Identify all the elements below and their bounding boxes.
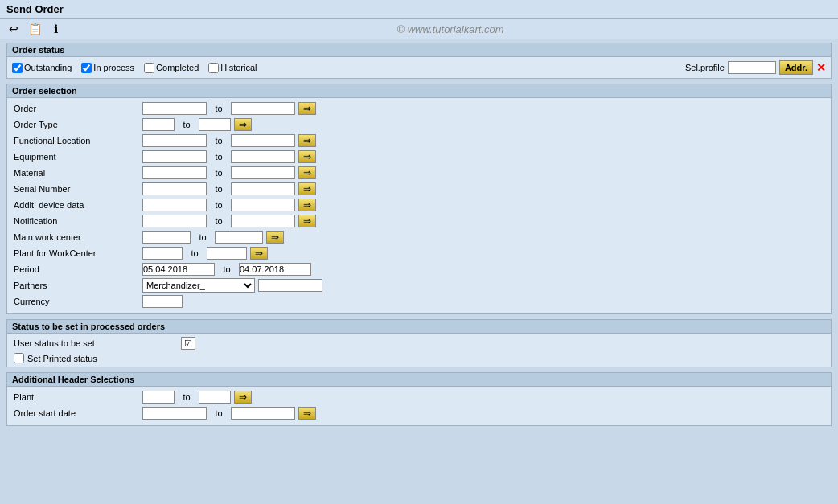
- add-plant-to-input[interactable]: [199, 391, 231, 404]
- period-from-input[interactable]: [142, 263, 215, 276]
- equipment-label: Equipment: [14, 152, 142, 162]
- partners-label: Partners: [14, 281, 142, 290]
- add-plant-arrow-btn[interactable]: ⇒: [234, 391, 252, 404]
- order-start-date-label: Order start date: [14, 408, 142, 418]
- plant-wc-from-input[interactable]: [142, 247, 183, 260]
- main-content: Order status Outstanding In process Comp…: [0, 39, 838, 434]
- main-wc-to-input[interactable]: [215, 231, 263, 244]
- sel-profile-input[interactable]: [728, 61, 776, 74]
- order-start-arrow-btn[interactable]: ⇒: [298, 407, 316, 420]
- outstanding-checkbox-label[interactable]: Outstanding: [12, 63, 72, 73]
- equipment-to-input[interactable]: [231, 150, 295, 163]
- plant-workcenter-label: Plant for WorkCenter: [14, 248, 142, 258]
- order-selection-header: Order selection: [7, 84, 831, 98]
- serial-number-label: Serial Number: [14, 184, 142, 194]
- material-row: Material to ⇒: [14, 166, 824, 180]
- order-start-date-row: Order start date to ⇒: [14, 406, 824, 420]
- completed-checkbox[interactable]: [144, 63, 154, 73]
- main-wc-from-input[interactable]: [142, 231, 191, 244]
- order-start-from-input[interactable]: [142, 407, 207, 420]
- order-row: Order to ⇒: [14, 101, 824, 116]
- additional-header-header: Additional Header Selections: [7, 373, 831, 387]
- serial-arrow-btn[interactable]: ⇒: [298, 182, 316, 195]
- notification-from-input[interactable]: [142, 215, 207, 227]
- back-icon[interactable]: ↩: [5, 22, 23, 36]
- order-type-label: Order Type: [14, 120, 142, 129]
- clipboard-icon[interactable]: 📋: [26, 22, 43, 36]
- addit-to-input[interactable]: [231, 199, 295, 211]
- completed-label: Completed: [156, 63, 199, 72]
- order-start-to-input[interactable]: [231, 407, 295, 420]
- order-from-input[interactable]: [142, 102, 207, 115]
- order-arrow-btn[interactable]: ⇒: [298, 102, 316, 115]
- title-bar: Send Order: [0, 0, 838, 19]
- period-row: Period to: [14, 262, 824, 277]
- notification-row: Notification to ⇒: [14, 214, 824, 228]
- functional-location-row: Functional Location to ⇒: [14, 133, 824, 148]
- user-status-row: User status to be set ☑: [14, 337, 824, 350]
- order-type-to-input[interactable]: [199, 118, 231, 131]
- set-printed-checkbox[interactable]: [14, 353, 24, 363]
- historical-checkbox-label[interactable]: Historical: [208, 63, 257, 73]
- func-loc-to-input[interactable]: [231, 134, 295, 147]
- in-process-checkbox[interactable]: [81, 63, 92, 73]
- order-type-arrow-btn[interactable]: ⇒: [234, 118, 252, 131]
- func-loc-arrow-btn[interactable]: ⇒: [298, 134, 316, 147]
- notification-to-input[interactable]: [231, 215, 295, 227]
- status-section-body: User status to be set ☑ Set Printed stat…: [7, 334, 831, 367]
- plant-wc-to-input[interactable]: [207, 247, 247, 260]
- add-plant-label: Plant: [14, 392, 142, 402]
- material-to-input[interactable]: [231, 166, 295, 179]
- currency-label: Currency: [14, 297, 142, 306]
- addr-button[interactable]: Addr.: [779, 60, 813, 75]
- sel-profile-group: Sel.profile Addr. ✕: [685, 60, 826, 75]
- order-status-row: Outstanding In process Completed Histori…: [7, 57, 831, 78]
- toolbar: ↩ 📋 ℹ © www.tutorialkart.com: [0, 19, 838, 39]
- additional-header-body: Plant to ⇒ Order start date to ⇒: [7, 387, 831, 425]
- completed-checkbox-label[interactable]: Completed: [144, 63, 199, 73]
- info-icon[interactable]: ℹ: [47, 22, 64, 36]
- period-to-input[interactable]: [239, 263, 311, 276]
- addit-from-input[interactable]: [142, 199, 207, 211]
- in-process-label: In process: [93, 63, 134, 72]
- historical-checkbox[interactable]: [208, 63, 219, 73]
- serial-from-input[interactable]: [142, 182, 207, 195]
- main-work-center-row: Main work center to ⇒: [14, 230, 824, 244]
- partners-input[interactable]: [258, 279, 322, 292]
- outstanding-label: Outstanding: [24, 63, 72, 72]
- main-wc-arrow-btn[interactable]: ⇒: [266, 231, 284, 244]
- add-plant-from-input[interactable]: [142, 391, 175, 404]
- material-arrow-btn[interactable]: ⇒: [298, 166, 316, 179]
- order-status-header: Order status: [7, 43, 831, 57]
- notification-arrow-btn[interactable]: ⇒: [298, 215, 316, 227]
- material-from-input[interactable]: [142, 166, 207, 179]
- addit-device-label: Addit. device data: [14, 200, 142, 210]
- period-label: Period: [14, 264, 142, 274]
- notification-label: Notification: [14, 216, 142, 226]
- order-type-from-input[interactable]: [142, 118, 175, 131]
- addit-arrow-btn[interactable]: ⇒: [298, 199, 316, 211]
- equipment-from-input[interactable]: [142, 150, 207, 163]
- set-printed-label: Set Printed status: [27, 354, 97, 363]
- order-to-input[interactable]: [231, 102, 295, 115]
- in-process-checkbox-label[interactable]: In process: [81, 63, 134, 73]
- func-loc-from-input[interactable]: [142, 134, 207, 147]
- main-work-center-label: Main work center: [14, 232, 142, 242]
- order-label: Order: [14, 104, 142, 113]
- outstanding-checkbox[interactable]: [12, 63, 23, 73]
- status-section: Status to be set in processed orders Use…: [6, 319, 832, 367]
- equipment-arrow-btn[interactable]: ⇒: [298, 150, 316, 163]
- partners-select[interactable]: Merchandizer_: [142, 278, 255, 293]
- historical-label: Historical: [220, 63, 257, 72]
- order-type-row: Order Type to ⇒: [14, 117, 824, 132]
- page-title: Send Order: [6, 3, 64, 15]
- user-status-checkbox[interactable]: ☑: [181, 337, 195, 350]
- currency-input[interactable]: [142, 295, 183, 308]
- serial-to-input[interactable]: [231, 182, 295, 195]
- clear-icon[interactable]: ✕: [816, 61, 826, 74]
- plant-wc-arrow-btn[interactable]: ⇒: [250, 247, 268, 260]
- material-label: Material: [14, 168, 142, 178]
- functional-location-label: Functional Location: [14, 136, 142, 145]
- equipment-row: Equipment to ⇒: [14, 150, 824, 164]
- watermark: © www.tutorialkart.com: [68, 23, 833, 35]
